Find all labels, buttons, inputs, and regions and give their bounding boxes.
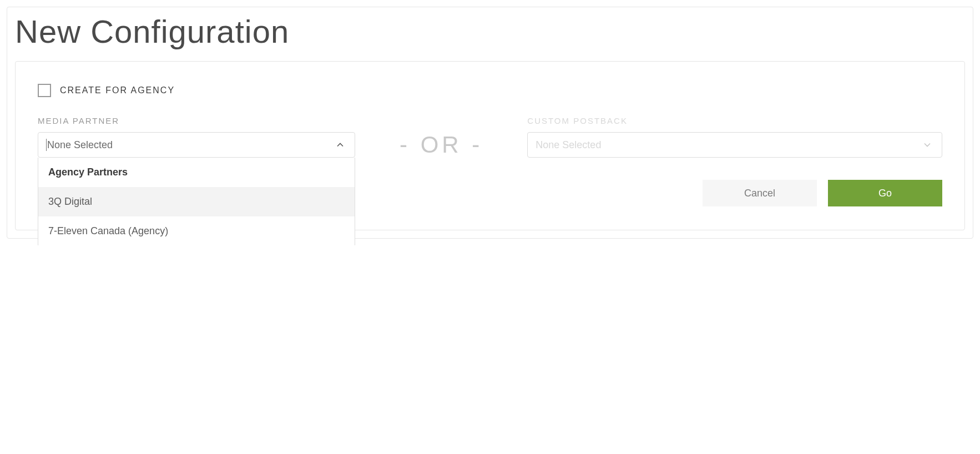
create-for-agency-checkbox[interactable] [38, 84, 51, 97]
media-partner-column: MEDIA PARTNER None Selected [38, 116, 355, 158]
chevron-up-icon [335, 139, 346, 150]
go-button[interactable]: Go [828, 180, 942, 206]
custom-postback-select[interactable]: None Selected [527, 132, 942, 158]
chevron-down-icon [922, 139, 933, 150]
selector-row: MEDIA PARTNER None Selected [38, 116, 942, 206]
media-partner-dropdown-list[interactable]: Agency Partners 3Q Digital 7-Eleven Cana… [38, 158, 355, 245]
form-card: CREATE FOR AGENCY MEDIA PARTNER None Sel… [15, 61, 965, 230]
page-container: New Configuration CREATE FOR AGENCY MEDI… [7, 7, 973, 239]
actions-row: Cancel Go [527, 180, 942, 206]
cancel-button[interactable]: Cancel [703, 180, 817, 206]
media-partner-label: MEDIA PARTNER [38, 116, 355, 125]
custom-postback-column: CUSTOM POSTBACK None Selected Cancel Go [527, 116, 942, 206]
custom-postback-label: CUSTOM POSTBACK [527, 116, 942, 125]
media-partner-select[interactable]: None Selected [38, 132, 355, 158]
dropdown-item[interactable]: 7-Eleven Canada (Agency) [38, 216, 355, 245]
create-for-agency-label: CREATE FOR AGENCY [60, 85, 175, 95]
create-for-agency-row: CREATE FOR AGENCY [38, 84, 942, 97]
media-partner-value: None Selected [47, 139, 113, 151]
text-cursor [46, 139, 47, 151]
media-partner-dropdown-wrapper: None Selected Agency Partners 3Q Digital… [38, 132, 355, 158]
or-separator: - OR - [355, 116, 527, 158]
page-title: New Configuration [7, 7, 973, 61]
dropdown-item[interactable]: 3Q Digital [38, 187, 355, 216]
custom-postback-value: None Selected [536, 139, 601, 151]
dropdown-group-header: Agency Partners [38, 158, 355, 187]
